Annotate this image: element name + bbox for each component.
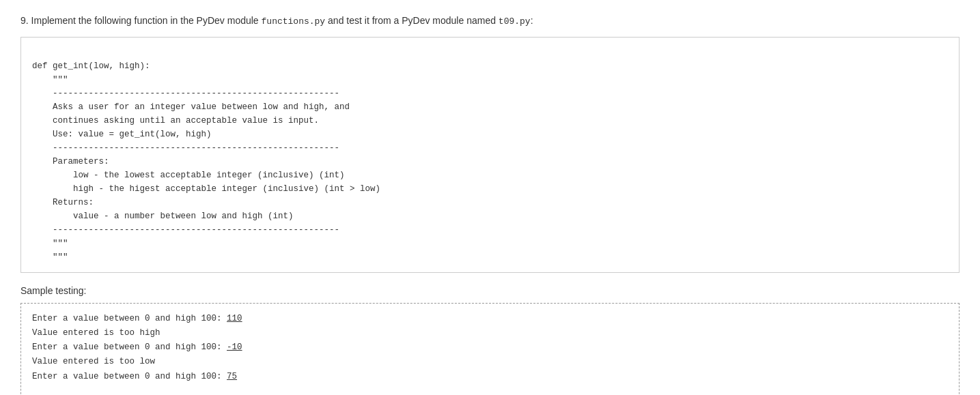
question-text-end: :: [531, 15, 533, 26]
output-val3: 75: [227, 372, 237, 381]
output-val1: 110: [227, 314, 242, 323]
sample-testing-label: Sample testing:: [20, 285, 960, 296]
output-val2: -10: [227, 342, 242, 352]
question-header: 9. Implement the following function in t…: [20, 14, 960, 29]
code-content: def get_int(low, high): """ ------------…: [32, 61, 380, 262]
function-code-block: def get_int(low, high): """ ------------…: [20, 37, 960, 273]
output-line1: Enter a value between 0 and high 100: 11…: [32, 314, 242, 396]
question-number: 9.: [20, 15, 29, 26]
question-text-middle: and test it from a PyDev module named: [325, 15, 499, 26]
question-code2: t09.py: [499, 16, 531, 27]
sample-output-block: Enter a value between 0 and high 100: 11…: [20, 303, 960, 396]
question-code1: functions.py: [262, 16, 326, 27]
question-text-before: Implement the following function in the …: [31, 15, 262, 26]
